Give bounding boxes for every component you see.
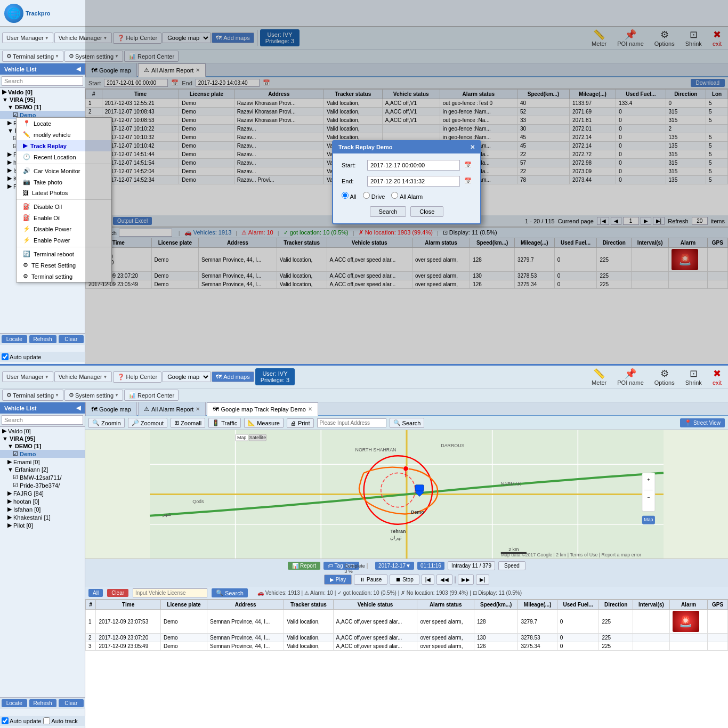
b-tab-track-replay[interactable]: 🗺Google map Track Replay Demo ✕	[207, 402, 318, 416]
modal-close-btn[interactable]: Close	[410, 206, 443, 217]
ctx-disable-power[interactable]: ⚡Disable Power	[17, 223, 85, 234]
b-sidebar-collapse[interactable]: ◀	[76, 405, 80, 411]
b-tree-isfahan[interactable]: ▶Isfahan [0]	[0, 505, 85, 513]
b-terminal-btn[interactable]: ⚙Terminal setting▼	[2, 390, 63, 401]
b-system-btn[interactable]: ⚙System setting▼	[64, 390, 123, 401]
auto-update-checkbox[interactable]	[2, 353, 9, 360]
radio-alarm[interactable]	[391, 192, 398, 199]
auto-update-label[interactable]: Auto update	[2, 353, 41, 360]
ctx-terminal-reboot[interactable]: 🔄Terminal reboot	[17, 248, 85, 260]
b-auto-track-label[interactable]: Auto track	[43, 717, 78, 724]
street-view-btn[interactable]: 📍 Street View	[680, 418, 725, 427]
b-tree-hootan[interactable]: ▶hootan [0]	[0, 497, 85, 505]
table-row[interactable]: 2 2017-12-09 23:07:20 Demo Semnan Provin…	[86, 634, 728, 642]
terminal-setting-btn[interactable]: ⚙ Terminal setting ▼	[2, 51, 63, 62]
b-map-type-select[interactable]: Google map	[163, 371, 211, 382]
zoomall-btn[interactable]: ⊞Zoomall	[171, 418, 205, 428]
rewind-btn[interactable]: ◀◀	[436, 575, 452, 585]
ctx-te-reset[interactable]: ⚙TE Reset Setting	[17, 260, 85, 271]
next-track-btn[interactable]: ▶|	[476, 575, 489, 585]
b-tree-khakestani[interactable]: ▶Khakestani [1]	[0, 513, 85, 521]
b-tab-alarm-close[interactable]: ✕	[196, 406, 200, 412]
play-btn[interactable]: ▶ Play	[324, 575, 352, 585]
b-options-btn[interactable]: ⚙Options	[650, 367, 679, 387]
locate-btn[interactable]: Locate	[2, 335, 27, 343]
b-clear-vehicle-btn[interactable]: Clear	[107, 589, 128, 597]
ctx-enable-power[interactable]: ⚡Enable Power	[17, 234, 85, 246]
zoomout-btn[interactable]: 🔎Zoomout	[128, 418, 167, 428]
b-tree-fajrg[interactable]: ▶FAJRG [84]	[0, 489, 85, 497]
b-tree-emami[interactable]: ▶Emami [0]	[0, 458, 85, 466]
b-tab-alarm-report[interactable]: ⚠All Alarm Report ✕	[138, 402, 206, 416]
modal-close-icon[interactable]: ✕	[470, 144, 475, 151]
b-tree-erfaniann[interactable]: ▼Erfaniann [2]	[0, 466, 85, 473]
b-tree-pilot[interactable]: ▶Pilot [0]	[0, 521, 85, 529]
radio-drive[interactable]	[363, 192, 370, 199]
clear-btn[interactable]: Clear	[59, 335, 84, 343]
modal-end-cal-icon[interactable]: 📅	[464, 177, 472, 184]
b-vehicle-input[interactable]	[133, 588, 207, 597]
ctx-modify[interactable]: ✏️modify vehicle	[17, 129, 85, 140]
b-sidebar-search-input[interactable]	[2, 415, 83, 425]
radio-drive-label[interactable]: Drive	[363, 192, 385, 200]
b-auto-update-label[interactable]: Auto update	[2, 717, 41, 724]
speed-btn[interactable]: Speed	[498, 561, 525, 570]
report-data-btn[interactable]: 📊 Report	[288, 562, 320, 570]
ctx-disable-oil[interactable]: ⛽Disable Oil	[17, 201, 85, 212]
b-exit-btn[interactable]: ✖exit	[708, 367, 726, 387]
ctx-latest[interactable]: 🖼Latest Photos	[17, 188, 85, 198]
ctx-track-replay[interactable]: ▶Track Replay	[17, 140, 85, 151]
traffic-btn[interactable]: 🚦Traffic	[208, 418, 241, 428]
b-meter-btn[interactable]: 📏Meter	[587, 367, 611, 387]
ctx-locate[interactable]: 📍Locate	[17, 118, 85, 129]
ctx-enable-oil[interactable]: ⛽Enable Oil	[17, 212, 85, 223]
modal-overlay[interactable]: Track Replay Demo ✕ Start: 📅 End: 📅 All …	[85, 0, 728, 364]
sidebar-collapse-btn[interactable]: ◀	[76, 66, 80, 72]
b-all-btn[interactable]: All	[88, 589, 103, 597]
radio-alarm-label[interactable]: All Alarm	[391, 192, 423, 200]
ffwd-btn[interactable]: ▶▶	[458, 575, 474, 585]
ctx-terminal-setting[interactable]: ⚙Terminal setting	[17, 271, 85, 282]
b-auto-update-cb[interactable]	[2, 717, 9, 724]
modal-end-input[interactable]	[367, 176, 460, 187]
stop-btn[interactable]: ⏹ Stop	[390, 575, 419, 585]
table-row[interactable]: 3 2017-12-09 23:05:49 Demo Semnan Provin…	[86, 642, 728, 651]
prev-track-btn[interactable]: |◀	[422, 575, 435, 585]
zoomin-btn[interactable]: 🔍Zoomin	[88, 418, 125, 428]
b-tree-demo-parent[interactable]: ▼DEMO [1]	[0, 442, 85, 450]
b-add-maps-btn[interactable]: 🗺Add maps	[212, 371, 254, 382]
modal-start-input[interactable]	[367, 160, 460, 171]
b-user-manager-btn[interactable]: User Manager ▼	[2, 371, 53, 382]
modal-start-cal-icon[interactable]: 📅	[464, 161, 472, 168]
ctx-photo[interactable]: 📷Take photo	[17, 176, 85, 188]
ctx-voice[interactable]: 🔊Car Voice Monitor	[17, 165, 85, 176]
tree-demo-parent[interactable]: ▼ DEMO [1]	[0, 103, 85, 111]
tree-vira[interactable]: ▼ VIRA [95]	[0, 96, 85, 103]
b-tree-vira[interactable]: ▼VIRA [95]	[0, 435, 85, 442]
b-tree-demo[interactable]: ☑Demo	[0, 450, 85, 458]
b-report-btn[interactable]: 📊Report Center	[124, 390, 179, 401]
b-tree-bmw[interactable]: ☑BMW-12sat711/	[0, 473, 85, 481]
b-locate-btn[interactable]: Locate	[2, 699, 27, 707]
b-poi-btn[interactable]: 📌POI name	[613, 367, 648, 387]
pause-btn[interactable]: ⏸ Pause	[354, 575, 387, 585]
map-search-btn[interactable]: 🔍Search	[390, 418, 425, 428]
b-tree-pride[interactable]: ☑Pride-37be374/	[0, 481, 85, 489]
b-clear-btn[interactable]: Clear	[59, 699, 84, 707]
ctx-recent[interactable]: 🕐Recent Location	[17, 151, 85, 163]
table-row[interactable]: 1 2017-12-09 23:07:53 Demo Semnan Provin…	[86, 610, 728, 634]
b-help-center-btn[interactable]: ❓Help Center	[113, 371, 162, 383]
measure-btn[interactable]: 📐Measure	[244, 418, 284, 428]
tree-valdo[interactable]: ▶ Valdo [0]	[0, 88, 85, 96]
sidebar-search-input[interactable]	[2, 76, 83, 86]
progress-container[interactable]: Complete 3 %	[367, 563, 368, 569]
modal-search-btn[interactable]: Search	[370, 206, 407, 217]
b-vehicle-manager-btn[interactable]: Vehicle Manager ▼	[54, 371, 112, 382]
b-tab-google-map[interactable]: 🗺Google map	[85, 402, 137, 416]
b-auto-track-cb[interactable]	[43, 717, 50, 724]
track-progress-bar[interactable]	[455, 576, 456, 584]
b-refresh-btn[interactable]: Refresh	[29, 699, 56, 707]
b-shrink-btn[interactable]: ⊡Shrink	[681, 367, 706, 387]
b-tree-valdo[interactable]: ▶Valdo [0]	[0, 427, 85, 435]
refresh-btn[interactable]: Refresh	[29, 335, 56, 343]
